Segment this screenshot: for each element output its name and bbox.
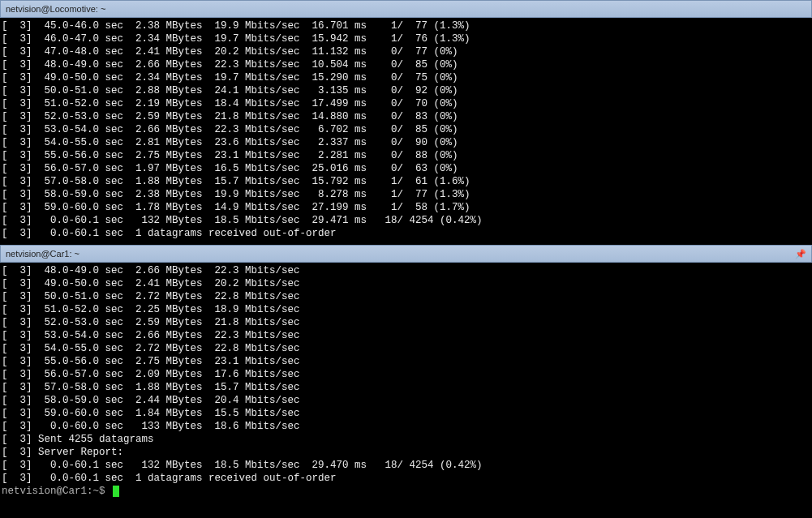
iperf-row: [ 3] 54.0-55.0 sec 2.81 MBytes 23.6 Mbit… — [2, 136, 812, 149]
pin-icon[interactable]: 📌 — [795, 247, 806, 260]
iperf-row: [ 3] 50.0-51.0 sec 2.72 MBytes 22.8 Mbit… — [2, 290, 812, 303]
iperf-row: [ 3] 51.0-52.0 sec 2.19 MBytes 18.4 Mbit… — [2, 97, 812, 110]
iperf-row: [ 3] 58.0-59.0 sec 2.38 MBytes 19.9 Mbit… — [2, 188, 812, 201]
iperf-report-row: [ 3] 0.0-60.1 sec 132 MBytes 18.5 Mbits/… — [2, 459, 812, 472]
iperf-row: [ 3] 47.0-48.0 sec 2.41 MBytes 20.2 Mbit… — [2, 45, 812, 58]
iperf-row: [ 3] 0.0-60.0 sec 133 MBytes 18.6 Mbits/… — [2, 420, 812, 433]
titlebar-locomotive-text: netvision@Locomotive: ~ — [6, 2, 105, 15]
iperf-row: [ 3] 53.0-54.0 sec 2.66 MBytes 22.3 Mbit… — [2, 329, 812, 342]
iperf-row: [ 3] 0.0-60.1 sec 132 MBytes 18.5 Mbits/… — [2, 214, 812, 227]
iperf-ooo-line: [ 3] 0.0-60.1 sec 1 datagrams received o… — [2, 472, 812, 485]
iperf-row: [ 3] 50.0-51.0 sec 2.88 MBytes 24.1 Mbit… — [2, 84, 812, 97]
iperf-row: [ 3] 59.0-60.0 sec 1.84 MBytes 15.5 Mbit… — [2, 407, 812, 420]
iperf-row: [ 3] 52.0-53.0 sec 2.59 MBytes 21.8 Mbit… — [2, 110, 812, 123]
iperf-msg-line: [ 3] Server Report: — [2, 446, 812, 459]
iperf-row: [ 3] 48.0-49.0 sec 2.66 MBytes 22.3 Mbit… — [2, 58, 812, 71]
iperf-row: [ 3] 57.0-58.0 sec 1.88 MBytes 15.7 Mbit… — [2, 381, 812, 394]
iperf-row: [ 3] 59.0-60.0 sec 1.78 MBytes 14.9 Mbit… — [2, 201, 812, 214]
iperf-row: [ 3] 49.0-50.0 sec 2.34 MBytes 19.7 Mbit… — [2, 71, 812, 84]
iperf-row: [ 3] 54.0-55.0 sec 2.72 MBytes 22.8 Mbit… — [2, 342, 812, 355]
iperf-row: [ 3] 55.0-56.0 sec 2.75 MBytes 23.1 Mbit… — [2, 355, 812, 368]
terminal-car1[interactable]: [ 3] 48.0-49.0 sec 2.66 MBytes 22.3 Mbit… — [0, 263, 812, 503]
iperf-row: [ 3] 45.0-46.0 sec 2.38 MBytes 19.9 Mbit… — [2, 19, 812, 32]
titlebar-locomotive[interactable]: netvision@Locomotive: ~ — [0, 0, 812, 18]
iperf-msg-line: [ 3] Sent 4255 datagrams — [2, 433, 812, 446]
titlebar-car1-text: netvision@Car1: ~ — [6, 247, 79, 260]
iperf-row: [ 3] 58.0-59.0 sec 2.44 MBytes 20.4 Mbit… — [2, 394, 812, 407]
iperf-row: [ 3] 56.0-57.0 sec 1.97 MBytes 16.5 Mbit… — [2, 162, 812, 175]
prompt-text: netvision@Car1:~$ — [2, 485, 111, 498]
titlebar-car1[interactable]: netvision@Car1: ~ 📌 — [0, 245, 812, 263]
iperf-row: [ 3] 51.0-52.0 sec 2.25 MBytes 18.9 Mbit… — [2, 303, 812, 316]
shell-prompt[interactable]: netvision@Car1:~$ — [2, 485, 812, 498]
iperf-row: [ 3] 53.0-54.0 sec 2.66 MBytes 22.3 Mbit… — [2, 123, 812, 136]
iperf-row: [ 3] 48.0-49.0 sec 2.66 MBytes 22.3 Mbit… — [2, 264, 812, 277]
iperf-row: [ 3] 56.0-57.0 sec 2.09 MBytes 17.6 Mbit… — [2, 368, 812, 381]
iperf-row: [ 3] 46.0-47.0 sec 2.34 MBytes 19.7 Mbit… — [2, 32, 812, 45]
iperf-row: [ 3] 49.0-50.0 sec 2.41 MBytes 20.2 Mbit… — [2, 277, 812, 290]
terminal-locomotive[interactable]: [ 3] 45.0-46.0 sec 2.38 MBytes 19.9 Mbit… — [0, 18, 812, 245]
iperf-ooo-line: [ 3] 0.0-60.1 sec 1 datagrams received o… — [2, 227, 812, 240]
iperf-row: [ 3] 57.0-58.0 sec 1.88 MBytes 15.7 Mbit… — [2, 175, 812, 188]
iperf-row: [ 3] 52.0-53.0 sec 2.59 MBytes 21.8 Mbit… — [2, 316, 812, 329]
iperf-row: [ 3] 55.0-56.0 sec 2.75 MBytes 23.1 Mbit… — [2, 149, 812, 162]
cursor-icon — [113, 486, 119, 497]
